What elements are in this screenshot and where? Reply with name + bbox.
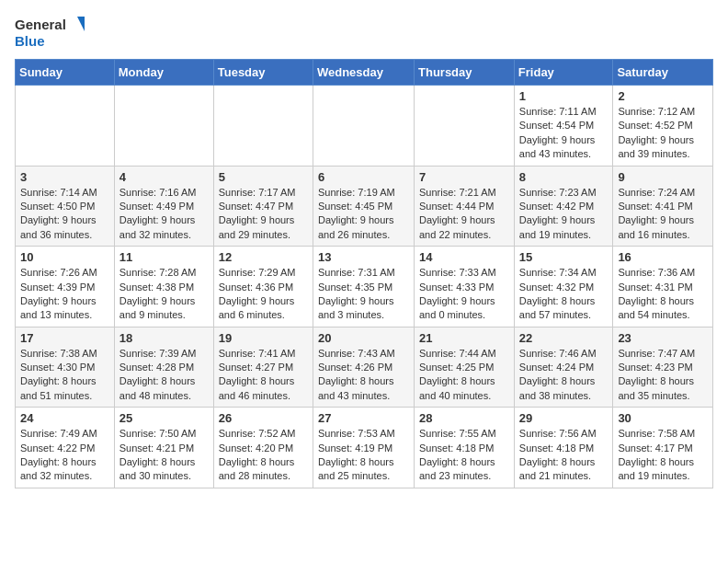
day-number: 8 xyxy=(519,170,609,184)
day-info: Sunrise: 7:47 AM Sunset: 4:23 PM Dayligh… xyxy=(618,347,708,404)
day-info: Sunrise: 7:24 AM Sunset: 4:41 PM Dayligh… xyxy=(618,186,708,243)
weekday-header-tuesday: Tuesday xyxy=(213,60,313,86)
day-cell xyxy=(313,86,414,167)
day-cell xyxy=(16,86,115,167)
day-cell: 17Sunrise: 7:38 AM Sunset: 4:30 PM Dayli… xyxy=(16,327,115,408)
day-cell: 15Sunrise: 7:34 AM Sunset: 4:32 PM Dayli… xyxy=(514,247,613,327)
day-number: 2 xyxy=(618,89,708,103)
day-number: 21 xyxy=(419,331,509,345)
day-info: Sunrise: 7:16 AM Sunset: 4:49 PM Dayligh… xyxy=(119,186,209,243)
day-number: 4 xyxy=(119,170,209,184)
day-number: 15 xyxy=(519,250,609,264)
week-row-3: 10Sunrise: 7:26 AM Sunset: 4:39 PM Dayli… xyxy=(16,247,713,327)
day-number: 10 xyxy=(20,250,109,264)
day-number: 14 xyxy=(419,250,509,264)
day-cell: 16Sunrise: 7:36 AM Sunset: 4:31 PM Dayli… xyxy=(613,247,713,327)
day-info: Sunrise: 7:29 AM Sunset: 4:36 PM Dayligh… xyxy=(219,266,308,323)
weekday-header-wednesday: Wednesday xyxy=(313,60,414,86)
day-cell: 3Sunrise: 7:14 AM Sunset: 4:50 PM Daylig… xyxy=(16,166,115,247)
day-number: 20 xyxy=(318,331,409,345)
day-cell: 1Sunrise: 7:11 AM Sunset: 4:54 PM Daylig… xyxy=(514,86,613,167)
day-info: Sunrise: 7:58 AM Sunset: 4:17 PM Dayligh… xyxy=(618,427,708,484)
day-info: Sunrise: 7:14 AM Sunset: 4:50 PM Dayligh… xyxy=(20,186,109,243)
day-info: Sunrise: 7:49 AM Sunset: 4:22 PM Dayligh… xyxy=(20,427,109,484)
day-cell: 10Sunrise: 7:26 AM Sunset: 4:39 PM Dayli… xyxy=(16,247,115,327)
weekday-header-row: SundayMondayTuesdayWednesdayThursdayFrid… xyxy=(16,60,713,86)
day-info: Sunrise: 7:21 AM Sunset: 4:44 PM Dayligh… xyxy=(419,186,509,243)
day-number: 6 xyxy=(318,170,409,184)
day-number: 29 xyxy=(519,411,609,425)
day-info: Sunrise: 7:17 AM Sunset: 4:47 PM Dayligh… xyxy=(219,186,308,243)
day-number: 5 xyxy=(219,170,308,184)
weekday-header-saturday: Saturday xyxy=(613,60,713,86)
day-cell: 27Sunrise: 7:53 AM Sunset: 4:19 PM Dayli… xyxy=(313,408,414,488)
day-info: Sunrise: 7:53 AM Sunset: 4:19 PM Dayligh… xyxy=(318,427,409,484)
day-number: 12 xyxy=(219,250,308,264)
day-info: Sunrise: 7:43 AM Sunset: 4:26 PM Dayligh… xyxy=(318,347,409,404)
day-number: 3 xyxy=(20,170,109,184)
day-info: Sunrise: 7:28 AM Sunset: 4:38 PM Dayligh… xyxy=(119,266,209,323)
day-info: Sunrise: 7:31 AM Sunset: 4:35 PM Dayligh… xyxy=(318,266,409,323)
day-info: Sunrise: 7:44 AM Sunset: 4:25 PM Dayligh… xyxy=(419,347,509,404)
day-cell: 8Sunrise: 7:23 AM Sunset: 4:42 PM Daylig… xyxy=(514,166,613,247)
calendar-table: SundayMondayTuesdayWednesdayThursdayFrid… xyxy=(15,59,713,488)
day-cell: 13Sunrise: 7:31 AM Sunset: 4:35 PM Dayli… xyxy=(313,247,414,327)
day-cell: 20Sunrise: 7:43 AM Sunset: 4:26 PM Dayli… xyxy=(313,327,414,408)
day-number: 22 xyxy=(519,331,609,345)
day-info: Sunrise: 7:55 AM Sunset: 4:18 PM Dayligh… xyxy=(419,427,509,484)
week-row-1: 1Sunrise: 7:11 AM Sunset: 4:54 PM Daylig… xyxy=(16,86,713,167)
weekday-header-monday: Monday xyxy=(114,60,213,86)
day-number: 23 xyxy=(618,331,708,345)
day-number: 30 xyxy=(618,411,708,425)
day-cell: 11Sunrise: 7:28 AM Sunset: 4:38 PM Dayli… xyxy=(114,247,213,327)
page-header: General Blue xyxy=(15,15,713,52)
day-cell: 24Sunrise: 7:49 AM Sunset: 4:22 PM Dayli… xyxy=(16,408,115,488)
day-number: 17 xyxy=(20,331,109,345)
day-info: Sunrise: 7:38 AM Sunset: 4:30 PM Dayligh… xyxy=(20,347,109,404)
day-cell: 29Sunrise: 7:56 AM Sunset: 4:18 PM Dayli… xyxy=(514,408,613,488)
day-cell: 9Sunrise: 7:24 AM Sunset: 4:41 PM Daylig… xyxy=(613,166,713,247)
day-cell: 19Sunrise: 7:41 AM Sunset: 4:27 PM Dayli… xyxy=(213,327,313,408)
day-cell: 7Sunrise: 7:21 AM Sunset: 4:44 PM Daylig… xyxy=(415,166,515,247)
day-info: Sunrise: 7:34 AM Sunset: 4:32 PM Dayligh… xyxy=(519,266,609,323)
day-cell: 2Sunrise: 7:12 AM Sunset: 4:52 PM Daylig… xyxy=(613,86,713,167)
day-number: 7 xyxy=(419,170,509,184)
day-cell: 25Sunrise: 7:50 AM Sunset: 4:21 PM Dayli… xyxy=(114,408,213,488)
week-row-4: 17Sunrise: 7:38 AM Sunset: 4:30 PM Dayli… xyxy=(16,327,713,408)
day-number: 28 xyxy=(419,411,509,425)
day-cell: 4Sunrise: 7:16 AM Sunset: 4:49 PM Daylig… xyxy=(114,166,213,247)
day-cell: 23Sunrise: 7:47 AM Sunset: 4:23 PM Dayli… xyxy=(613,327,713,408)
weekday-header-thursday: Thursday xyxy=(415,60,515,86)
day-info: Sunrise: 7:41 AM Sunset: 4:27 PM Dayligh… xyxy=(219,347,308,404)
day-number: 24 xyxy=(20,411,109,425)
day-cell: 26Sunrise: 7:52 AM Sunset: 4:20 PM Dayli… xyxy=(213,408,313,488)
day-info: Sunrise: 7:56 AM Sunset: 4:18 PM Dayligh… xyxy=(519,427,609,484)
day-cell xyxy=(213,86,313,167)
day-cell: 21Sunrise: 7:44 AM Sunset: 4:25 PM Dayli… xyxy=(415,327,515,408)
day-number: 1 xyxy=(519,89,609,103)
week-row-2: 3Sunrise: 7:14 AM Sunset: 4:50 PM Daylig… xyxy=(16,166,713,247)
day-info: Sunrise: 7:39 AM Sunset: 4:28 PM Dayligh… xyxy=(119,347,209,404)
day-cell xyxy=(415,86,515,167)
day-info: Sunrise: 7:26 AM Sunset: 4:39 PM Dayligh… xyxy=(20,266,109,323)
logo: General Blue xyxy=(15,15,88,52)
day-cell xyxy=(114,86,213,167)
svg-marker-2 xyxy=(77,17,85,31)
day-cell: 18Sunrise: 7:39 AM Sunset: 4:28 PM Dayli… xyxy=(114,327,213,408)
day-info: Sunrise: 7:50 AM Sunset: 4:21 PM Dayligh… xyxy=(119,427,209,484)
week-row-5: 24Sunrise: 7:49 AM Sunset: 4:22 PM Dayli… xyxy=(16,408,713,488)
day-cell: 22Sunrise: 7:46 AM Sunset: 4:24 PM Dayli… xyxy=(514,327,613,408)
day-number: 18 xyxy=(119,331,209,345)
day-cell: 12Sunrise: 7:29 AM Sunset: 4:36 PM Dayli… xyxy=(213,247,313,327)
day-number: 13 xyxy=(318,250,409,264)
day-info: Sunrise: 7:19 AM Sunset: 4:45 PM Dayligh… xyxy=(318,186,409,243)
day-cell: 6Sunrise: 7:19 AM Sunset: 4:45 PM Daylig… xyxy=(313,166,414,247)
day-info: Sunrise: 7:46 AM Sunset: 4:24 PM Dayligh… xyxy=(519,347,609,404)
svg-text:Blue: Blue xyxy=(15,33,45,49)
weekday-header-friday: Friday xyxy=(514,60,613,86)
day-number: 19 xyxy=(219,331,308,345)
day-number: 9 xyxy=(618,170,708,184)
day-info: Sunrise: 7:23 AM Sunset: 4:42 PM Dayligh… xyxy=(519,186,609,243)
day-cell: 5Sunrise: 7:17 AM Sunset: 4:47 PM Daylig… xyxy=(213,166,313,247)
day-number: 11 xyxy=(119,250,209,264)
